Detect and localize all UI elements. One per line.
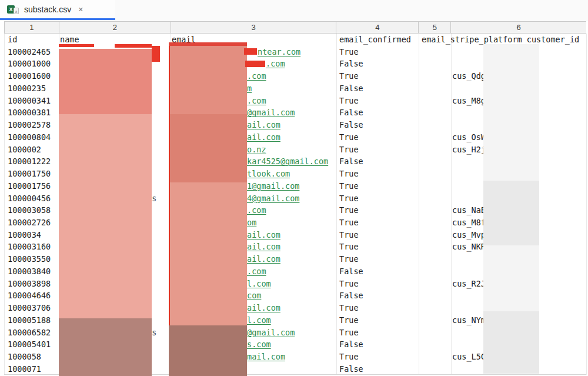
email-confirmed-cell[interactable]: False <box>339 290 363 302</box>
id-cell[interactable]: 100001000 <box>8 58 51 70</box>
email-confirmed-cell[interactable]: True <box>339 278 359 290</box>
id-cell[interactable]: 100003160 <box>8 241 51 253</box>
stripe-customer-id-cell[interactable]: cus_M8f <box>452 217 486 229</box>
email-link[interactable]: .com <box>247 95 266 107</box>
stripe-customer-id-cell[interactable]: cus_Mvp <box>452 229 486 241</box>
id-cell[interactable]: 100001750 <box>8 168 51 180</box>
email-confirmed-cell[interactable]: True <box>339 204 359 217</box>
email-confirmed-cell[interactable]: False <box>339 363 363 375</box>
email-link[interactable]: tlook.com <box>247 168 290 180</box>
id-cell[interactable]: 100002578 <box>8 119 51 131</box>
id-cell[interactable]: 1000058 <box>8 351 41 363</box>
email-link[interactable]: ntear.com <box>258 46 300 58</box>
email-confirmed-cell[interactable]: False <box>339 107 363 119</box>
email-confirmed-cell[interactable]: True <box>339 302 359 314</box>
email-confirmed-cell[interactable]: True <box>339 70 359 82</box>
email-link[interactable]: ail.com <box>247 302 280 314</box>
id-cell[interactable]: 100003898 <box>8 278 51 290</box>
column-header-3[interactable]: 3 <box>171 22 337 33</box>
email-link[interactable]: ail.com <box>247 229 280 241</box>
stripe-customer-id-cell[interactable]: cus_Qdg <box>452 70 486 82</box>
email-confirmed-cell[interactable]: False <box>339 58 363 70</box>
email-confirmed-cell[interactable]: False <box>339 265 363 278</box>
id-cell[interactable]: 100002726 <box>8 217 51 229</box>
stripe-customer-id-cell[interactable]: cus_NYm <box>452 314 486 327</box>
email-confirmed-cell[interactable]: False <box>339 155 363 168</box>
stripe-customer-id-cell[interactable]: cus_L5C <box>452 351 486 363</box>
id-cell[interactable]: 100001756 <box>8 180 51 192</box>
email-confirmed-cell[interactable]: True <box>339 217 359 229</box>
csv-header-id[interactable]: id <box>8 34 17 46</box>
email-link[interactable]: kar4525@gmail.com <box>247 155 328 168</box>
email-confirmed-cell[interactable]: True <box>339 351 359 363</box>
csv-header-email-confirmed[interactable]: email_confirmed <box>339 34 411 46</box>
id-cell[interactable]: 100000341 <box>8 95 51 107</box>
id-cell[interactable]: 100001600 <box>8 70 51 82</box>
email-confirmed-cell[interactable]: True <box>339 241 359 253</box>
stripe-customer-id-cell[interactable]: cus_NKR <box>452 241 486 253</box>
email-confirmed-cell[interactable]: True <box>339 314 359 327</box>
id-cell[interactable]: 100005188 <box>8 314 51 327</box>
id-cell[interactable]: 100005401 <box>8 338 51 351</box>
csv-header-email[interactable]: email <box>172 34 196 46</box>
id-cell[interactable]: 100000456 <box>8 192 51 205</box>
name-fragment-cell[interactable]: ts <box>147 327 156 339</box>
email-link[interactable]: mail.com <box>247 351 285 363</box>
email-confirmed-cell[interactable]: True <box>339 180 359 192</box>
email-confirmed-cell[interactable]: False <box>339 338 363 351</box>
email-link[interactable]: .com <box>247 70 266 82</box>
id-cell[interactable]: 100003058 <box>8 204 51 217</box>
stripe-customer-id-cell[interactable]: cus_OsW <box>452 131 486 144</box>
id-cell[interactable]: 100003550 <box>8 253 51 265</box>
id-cell[interactable]: 100006582 <box>8 327 51 339</box>
id-cell[interactable]: 100004646 <box>8 290 51 302</box>
email-confirmed-cell[interactable]: True <box>339 168 359 180</box>
email-confirmed-cell[interactable]: True <box>339 144 359 156</box>
csv-header-stripe-customer-id[interactable]: email_stripe_platform_customer_id <box>422 34 579 46</box>
id-cell[interactable]: 1000002 <box>8 144 41 156</box>
email-link[interactable]: ail.com <box>247 241 280 253</box>
email-confirmed-cell[interactable]: True <box>339 253 359 265</box>
id-cell[interactable]: 100002465 <box>8 46 51 58</box>
email-link[interactable]: @gmail.com <box>247 327 295 339</box>
column-header-5[interactable]: 5 <box>419 22 451 33</box>
email-link[interactable]: ail.com <box>247 119 280 131</box>
email-link[interactable]: 1@gmail.com <box>247 180 299 192</box>
csv-header-name[interactable]: name <box>60 34 79 46</box>
email-confirmed-cell[interactable]: False <box>339 82 363 95</box>
stripe-customer-id-cell[interactable]: cus_H2j <box>452 144 486 156</box>
email-link[interactable]: o.nz <box>247 144 266 156</box>
stripe-customer-id-cell[interactable]: cus_R2J <box>452 278 486 290</box>
email-link[interactable]: 4@gmail.com <box>247 192 299 205</box>
stripe-customer-id-cell[interactable]: cus_NaE <box>452 204 486 217</box>
id-cell[interactable]: 100003706 <box>8 302 51 314</box>
email-link[interactable]: .com <box>247 265 266 278</box>
column-header-6[interactable]: 6 <box>451 22 586 33</box>
id-cell[interactable]: 100001222 <box>8 155 51 168</box>
email-link[interactable]: .com <box>266 58 285 70</box>
email-link[interactable]: om <box>247 217 256 229</box>
id-cell[interactable]: 1000071 <box>8 363 41 375</box>
email-link[interactable]: com <box>247 290 261 302</box>
email-link[interactable]: m <box>247 82 252 95</box>
email-confirmed-cell[interactable]: True <box>339 131 359 144</box>
email-link[interactable]: l.com <box>247 278 271 290</box>
email-confirmed-cell[interactable]: True <box>339 327 359 339</box>
close-icon[interactable]: × <box>78 5 83 14</box>
email-confirmed-cell[interactable]: True <box>339 229 359 241</box>
tab-substack-csv[interactable]: X a substack.csv × <box>0 0 115 19</box>
email-confirmed-cell[interactable]: True <box>339 95 359 107</box>
email-link[interactable]: @gmail.com <box>247 107 295 119</box>
email-link[interactable]: s.com <box>247 338 271 351</box>
stripe-customer-id-cell[interactable]: cus_M8g <box>452 95 486 107</box>
email-link[interactable]: ail.com <box>247 131 280 144</box>
email-confirmed-cell[interactable]: True <box>339 46 359 58</box>
email-link[interactable]: ail.com <box>247 253 280 265</box>
column-header-2[interactable]: 2 <box>59 22 171 33</box>
email-link[interactable]: l.com <box>247 314 271 327</box>
column-header-1[interactable]: 1 <box>5 22 59 33</box>
email-link[interactable]: .com <box>247 204 266 217</box>
column-header-4[interactable]: 4 <box>336 22 419 33</box>
name-fragment-cell[interactable]: rs <box>147 192 156 205</box>
id-cell[interactable]: 10000235 <box>8 82 46 95</box>
